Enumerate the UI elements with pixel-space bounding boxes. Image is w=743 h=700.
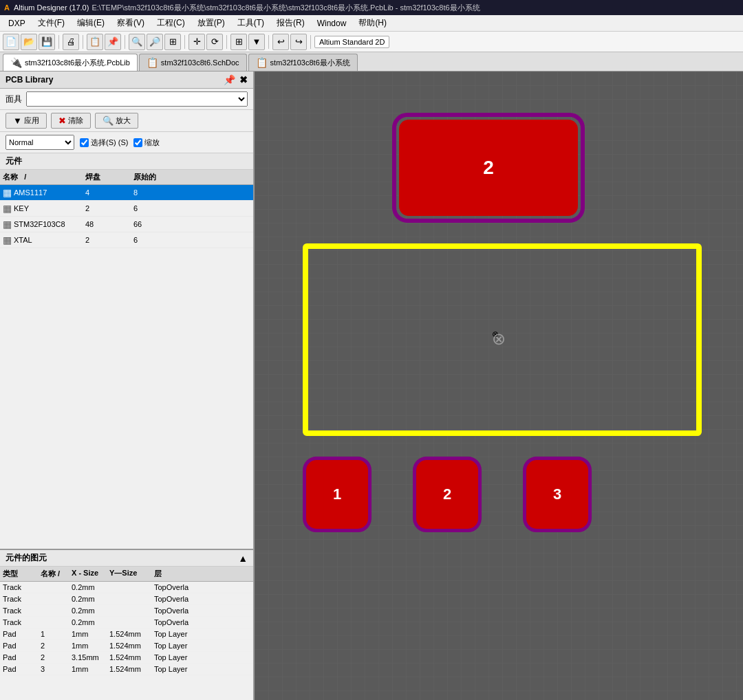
comp-icon: ▦ xyxy=(3,187,12,198)
primitives-section: 元件的图元 ▲ 类型 名称 / X - Size Y—Size 层 Track … xyxy=(0,549,253,700)
canvas-area[interactable]: 2 ⊗ 1 2 3 xyxy=(255,72,743,700)
menu-reports[interactable]: 报告(R) xyxy=(271,16,310,30)
mask-input[interactable] xyxy=(26,91,248,107)
comp-name-cell: ▦ AMS1117 xyxy=(0,186,83,199)
prim-ysize: 1.524mm xyxy=(107,629,151,639)
primitive-row[interactable]: Pad 3 1mm 1.524mm Top Layer xyxy=(0,664,253,675)
menu-edit[interactable]: 编辑(E) xyxy=(72,16,110,30)
ams1117-body: 2 xyxy=(399,120,578,216)
tab-pcblib[interactable]: 🔌 stm32f103c8t6最小系统.PcbLib xyxy=(3,54,138,71)
select-checkbox-label: 选择(S) (S) xyxy=(80,138,128,148)
menu-file[interactable]: 文件(F) xyxy=(32,16,70,30)
primitive-row[interactable]: Track 0.2mm TopOverla xyxy=(0,593,253,605)
prim-ysize xyxy=(107,617,151,627)
primitive-row[interactable]: Pad 1 1mm 1.524mm Top Layer xyxy=(0,628,253,640)
tab-schdoc-icon: 📋 xyxy=(147,57,158,68)
comp-name-text: XTAL xyxy=(14,236,32,244)
primitives-expand-icon[interactable]: ▲ xyxy=(238,553,248,564)
prim-xsize: 0.2mm xyxy=(69,617,107,627)
menu-help[interactable]: 帮助(H) xyxy=(353,16,392,30)
toolbar-paste[interactable]: 📌 xyxy=(105,34,121,50)
prim-ysize xyxy=(107,582,151,592)
primitive-row[interactable]: Track 0.2mm TopOverla xyxy=(0,605,253,617)
toolbar-move[interactable]: ✛ xyxy=(189,34,205,50)
prim-ysize: 1.524mm xyxy=(107,653,151,662)
menu-window[interactable]: Window xyxy=(312,17,352,30)
toolbar-save[interactable]: 💾 xyxy=(39,34,55,50)
close-panel-button[interactable]: ✖ xyxy=(239,74,248,85)
comp-name-cell: ▦ KEY xyxy=(0,202,83,215)
prim-name: 2 xyxy=(38,641,69,650)
prim-layer: TopOverla xyxy=(151,617,213,627)
prim-type: Track xyxy=(0,594,38,604)
prim-col-type: 类型 xyxy=(0,568,38,580)
prim-xsize: 1mm xyxy=(69,641,107,650)
pad-1[interactable]: 1 xyxy=(303,457,372,532)
toolbar-gridopt[interactable]: ▼ xyxy=(248,34,265,50)
left-panel: PCB Library 📌 ✖ 面具 ▼ 应用 ✖ 清除 🔍 xyxy=(0,72,255,700)
component-row[interactable]: ▦ KEY 2 6 xyxy=(0,201,253,217)
normal-row: Normal Mask Dim 选择(S) (S) 缩放 xyxy=(0,132,253,153)
select-checkbox[interactable] xyxy=(80,138,89,147)
menu-dxp[interactable]: DXP xyxy=(3,17,31,30)
primitive-row[interactable]: Track 0.2mm TopOverla xyxy=(0,582,253,593)
prim-col-layer: 层 xyxy=(151,568,213,580)
col-header-pads: 焊盘 xyxy=(83,171,131,183)
prim-layer: TopOverla xyxy=(151,582,213,592)
pad-3[interactable]: 3 xyxy=(523,457,592,532)
component-row[interactable]: ▦ AMS1117 4 8 xyxy=(0,185,253,201)
pad-2[interactable]: 2 xyxy=(413,457,482,532)
comp-primitives-cell: 8 xyxy=(131,188,186,197)
prim-name: 3 xyxy=(38,664,69,674)
toolbar-redo[interactable]: ↪ xyxy=(290,34,307,50)
tab-pcblib-label: stm32f103c8t6最小系统.PcbLib xyxy=(25,58,130,68)
pad-1-label: 1 xyxy=(333,485,341,503)
toolbar-zoomin[interactable]: 🔍 xyxy=(129,34,145,50)
prim-layer: Top Layer xyxy=(151,641,213,650)
menu-tools[interactable]: 工具(T) xyxy=(232,16,270,30)
comp-pads-cell: 2 xyxy=(83,204,131,213)
primitive-row[interactable]: Track 0.2mm TopOverla xyxy=(0,617,253,628)
primitive-row[interactable]: Pad 2 3.15mm 1.524mm Top Layer xyxy=(0,652,253,664)
component-row[interactable]: ▦ STM32F103C8 48 66 xyxy=(0,217,253,232)
menu-view[interactable]: 察看(V) xyxy=(111,16,150,30)
menu-project[interactable]: 工程(C) xyxy=(151,16,191,30)
tab-schdoc[interactable]: 📋 stm32f103c8t6.SchDoc xyxy=(139,54,247,71)
comp-primitives-cell: 6 xyxy=(131,204,186,213)
apply-button[interactable]: ▼ 应用 xyxy=(6,113,47,129)
pcb-library-header: PCB Library 📌 ✖ xyxy=(0,72,253,89)
toolbar-copy[interactable]: 📋 xyxy=(87,34,103,50)
toolbar-undo[interactable]: ↩ xyxy=(272,34,289,50)
altium-logo: A xyxy=(4,3,10,12)
tab-pcb[interactable]: 📋 stm32f103c8t6最小系统 xyxy=(248,54,358,71)
primitive-row[interactable]: Pad 2 1mm 1.524mm Top Layer xyxy=(0,640,253,652)
toolbar-print[interactable]: 🖨 xyxy=(63,34,79,50)
title-path: E:\TEMP\stm32f103c8t6最小系统\stm32f103c8t6最… xyxy=(91,3,480,13)
toolbar-grid[interactable]: ⊞ xyxy=(230,34,247,50)
comp-primitives-cell: 66 xyxy=(131,219,186,229)
prim-name xyxy=(38,606,69,615)
toolbar-rotate[interactable]: ⟳ xyxy=(206,34,223,50)
component-row[interactable]: ▦ XTAL 2 6 xyxy=(0,232,253,248)
pin-button[interactable]: 📌 xyxy=(224,74,235,85)
prim-col-name: 名称 / xyxy=(38,568,69,580)
zoom-label: 放大 xyxy=(116,116,131,126)
prim-name: 2 xyxy=(38,653,69,662)
clear-button[interactable]: ✖ 清除 xyxy=(51,113,91,129)
menu-place[interactable]: 放置(P) xyxy=(192,16,230,30)
header-controls: 📌 ✖ xyxy=(224,74,248,85)
prim-ysize: 1.524mm xyxy=(107,664,151,674)
toolbar-zoomfit[interactable]: ⊞ xyxy=(164,34,181,50)
toolbar-open[interactable]: 📂 xyxy=(21,34,37,50)
ams1117-label: 2 xyxy=(483,157,494,179)
primitives-title: 元件的图元 xyxy=(6,552,47,564)
zoom-button[interactable]: 🔍 放大 xyxy=(95,113,138,129)
ams1117-component[interactable]: 2 xyxy=(392,113,585,223)
prim-name: 1 xyxy=(38,629,69,639)
zoom-checkbox-label: 缩放 xyxy=(133,138,160,148)
toolbar-new[interactable]: 📄 xyxy=(3,34,19,50)
normal-dropdown[interactable]: Normal Mask Dim xyxy=(6,135,74,150)
tab-schdoc-label: stm32f103c8t6.SchDoc xyxy=(161,58,239,67)
toolbar-zoomout[interactable]: 🔎 xyxy=(147,34,163,50)
zoom-checkbox[interactable] xyxy=(133,138,142,147)
